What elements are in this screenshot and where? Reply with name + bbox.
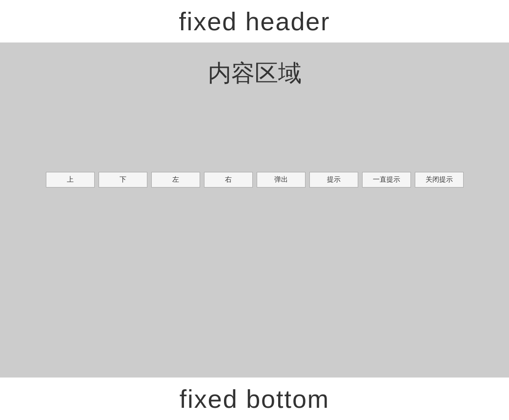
header-title: fixed header [179,7,330,36]
tooltip-button[interactable]: 提示 [309,172,358,188]
scroll-left-button[interactable]: 左 [151,172,200,188]
scroll-up-button[interactable]: 上 [46,172,95,188]
popup-button[interactable]: 弹出 [257,172,305,188]
footer-title: fixed bottom [180,384,329,414]
always-tooltip-button[interactable]: 一直提示 [362,172,411,188]
scroll-down-button[interactable]: 下 [99,172,147,188]
content-title: 内容区域 [208,58,302,89]
close-tooltip-button[interactable]: 关闭提示 [415,172,464,188]
content-area: 内容区域 上下左右弹出提示一直提示关闭提示 [0,43,509,377]
scroll-right-button[interactable]: 右 [204,172,253,188]
fixed-bottom: fixed bottom [0,377,509,420]
button-row: 上下左右弹出提示一直提示关闭提示 [46,172,464,188]
fixed-header: fixed header [0,0,509,43]
